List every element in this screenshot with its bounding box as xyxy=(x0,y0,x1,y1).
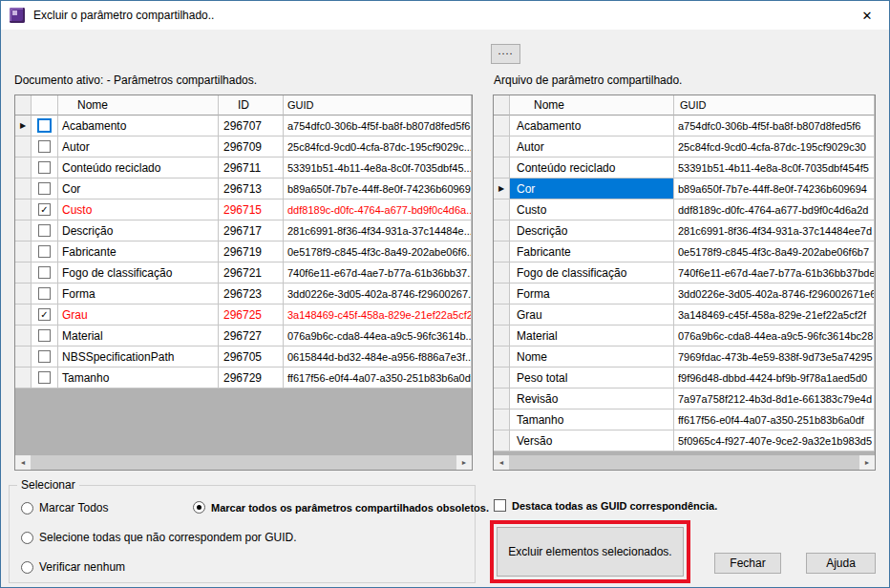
table-row[interactable]: Fogo de classificação296721740f6e11-e67d… xyxy=(15,262,472,284)
scroll-right-icon[interactable]: ► xyxy=(859,455,875,470)
nome-cell[interactable]: Versão xyxy=(510,430,674,452)
nome-cell[interactable]: Custo xyxy=(58,200,219,220)
nome-cell[interactable]: Acabamento xyxy=(510,116,674,136)
table-row[interactable]: Descrição281c6991-8f36-4f34-931a-37c1448… xyxy=(494,220,875,242)
table-row[interactable]: Cor296713b89a650f-7b7e-44ff-8e0f-74236b6… xyxy=(15,178,472,200)
row-selector-cell[interactable] xyxy=(494,116,510,136)
guid-cell[interactable]: 25c84fcd-9cd0-4cfa-87dc-195cf9029c30 xyxy=(674,136,875,158)
table-row[interactable]: ▶Acabamento296707a754dfc0-306b-4f5f-ba8f… xyxy=(15,116,472,136)
nome-cell[interactable]: Conteúdo reciclado xyxy=(58,158,219,178)
row-checkbox[interactable] xyxy=(38,329,51,342)
guid-cell[interactable]: 740f6e11-e67d-4ae7-b77a-61b36bb37... xyxy=(284,262,472,284)
table-row[interactable]: Autor29670925c84fcd-9cd0-4cfa-87dc-195cf… xyxy=(15,136,472,158)
id-cell[interactable]: 296725 xyxy=(219,304,284,326)
table-row[interactable]: Conteúdo reciclado53391b51-4b11-4e8a-8c0… xyxy=(494,158,875,178)
table-row[interactable]: Material076a9b6c-cda8-44ea-a9c5-96fc3614… xyxy=(494,326,875,346)
row-selector-cell[interactable] xyxy=(15,200,32,220)
header-nome[interactable]: Nome xyxy=(510,95,674,116)
id-cell[interactable]: 296713 xyxy=(219,178,284,200)
nome-cell[interactable]: Fogo de classificação xyxy=(510,262,674,284)
checkbox-cell[interactable] xyxy=(32,242,58,262)
row-selector-cell[interactable] xyxy=(494,262,510,284)
row-selector-cell[interactable] xyxy=(494,242,510,262)
nome-cell[interactable]: Acabamento xyxy=(58,116,219,136)
guid-cell[interactable]: 076a9b6c-cda8-44ea-a9c5-96fc3614b... xyxy=(284,326,472,346)
table-row[interactable]: Acabamentoa754dfc0-306b-4f5f-ba8f-b807d8… xyxy=(494,116,875,136)
table-row[interactable]: Tamanhoff617f56-e0f4-4a07-a350-251b83b6a… xyxy=(494,410,875,430)
table-row[interactable]: Custoddf8189c-d0fc-4764-a677-bd9f0c4d6a2… xyxy=(494,200,875,220)
guid-cell[interactable]: f9f96d48-dbbd-4424-bf9b-9f78a1aed5d0 xyxy=(674,368,875,388)
nome-cell[interactable]: Conteúdo reciclado xyxy=(510,158,674,178)
table-row[interactable]: NBSSpecificationPath2967050615844d-bd32-… xyxy=(15,346,472,368)
table-row[interactable]: Descrição296717281c6991-8f36-4f34-931a-3… xyxy=(15,220,472,242)
active-doc-hscrollbar[interactable]: ◄ ► xyxy=(15,455,472,470)
row-checkbox[interactable] xyxy=(38,350,51,363)
id-cell[interactable]: 296729 xyxy=(219,368,284,388)
id-cell[interactable]: 296721 xyxy=(219,262,284,284)
close-button[interactable]: ✕ xyxy=(845,1,889,30)
row-selector-cell[interactable] xyxy=(15,220,32,242)
checkbox-cell[interactable] xyxy=(32,158,58,178)
guid-cell[interactable]: 281c6991-8f36-4f34-931a-37c14484e... xyxy=(284,220,472,242)
guid-cell[interactable]: 3dd0226e-3d05-402a-8746-f29600267... xyxy=(284,284,472,304)
guid-cell[interactable]: 7969fdac-473b-4e59-838f-9d73e5a74295 xyxy=(674,346,875,368)
nome-cell[interactable]: NBSSpecificationPath xyxy=(58,346,219,368)
table-row[interactable]: Conteúdo reciclado29671153391b51-4b11-4e… xyxy=(15,158,472,178)
nome-cell[interactable]: Autor xyxy=(58,136,219,158)
row-selector-cell[interactable] xyxy=(15,368,32,388)
nome-cell[interactable]: Material xyxy=(58,326,219,346)
row-selector-cell[interactable] xyxy=(494,284,510,304)
row-selector-cell[interactable] xyxy=(15,304,32,326)
row-selector-cell[interactable] xyxy=(494,368,510,388)
row-selector-cell[interactable] xyxy=(15,178,32,200)
browse-button[interactable]: .... xyxy=(491,44,520,64)
header-guid[interactable]: GUID xyxy=(284,95,472,116)
row-checkbox[interactable] xyxy=(38,266,51,279)
checkbox-cell[interactable] xyxy=(32,284,58,304)
guid-cell[interactable]: 3a148469-c45f-458a-829e-21ef22a5cf2f xyxy=(284,304,472,326)
row-checkbox[interactable] xyxy=(38,161,51,174)
guid-cell[interactable]: 3a148469-c45f-458a-829e-21ef22a5cf2f xyxy=(674,304,875,326)
header-id[interactable]: ID xyxy=(219,95,284,116)
table-row[interactable]: Grau3a148469-c45f-458a-829e-21ef22a5cf2f xyxy=(494,304,875,326)
row-checkbox[interactable]: ✓ xyxy=(38,308,51,321)
checkbox-cell[interactable] xyxy=(32,178,58,200)
radio-nao-correspondem-guid[interactable]: Selecione todas que não correspondem por… xyxy=(21,531,297,544)
nome-cell[interactable]: Forma xyxy=(510,284,674,304)
guid-cell[interactable]: ff617f56-e0f4-4a07-a350-251b83b6a0df xyxy=(674,410,875,430)
guid-cell[interactable]: 5f0965c4-f927-407e-9ce2-9a32e1b983d5 xyxy=(674,430,875,452)
id-cell[interactable]: 296717 xyxy=(219,220,284,242)
guid-cell[interactable]: ddf8189c-d0fc-4764-a677-bd9f0c4d6a2d xyxy=(674,200,875,220)
table-row[interactable]: Nome7969fdac-473b-4e59-838f-9d73e5a74295 xyxy=(494,346,875,368)
row-selector-cell[interactable] xyxy=(15,262,32,284)
scroll-left-icon[interactable]: ◄ xyxy=(494,455,509,470)
table-row[interactable]: ✓Custo296715ddf8189c-d0fc-4764-a677-bd9f… xyxy=(15,200,472,220)
guid-cell[interactable]: 0e5178f9-c845-4f3c-8a49-202abe06f6b7 xyxy=(674,242,875,262)
id-cell[interactable]: 296727 xyxy=(219,326,284,346)
row-selector-cell[interactable] xyxy=(494,410,510,430)
radio-marcar-obsoletos[interactable]: Marcar todos os parâmetros compartilhado… xyxy=(193,501,489,514)
nome-cell[interactable]: Fabricante xyxy=(510,242,674,262)
nome-cell[interactable]: Descrição xyxy=(58,220,219,242)
row-selector-cell[interactable] xyxy=(494,304,510,326)
row-selector-cell[interactable]: ▶ xyxy=(494,178,510,200)
row-selector-cell[interactable] xyxy=(15,158,32,178)
table-row[interactable]: Fabricante2967190e5178f9-c845-4f3c-8a49-… xyxy=(15,242,472,262)
guid-cell[interactable]: b89a650f-7b7e-44ff-8e0f-74236b609694 xyxy=(674,178,875,200)
close-dialog-button[interactable]: Fechar xyxy=(714,553,781,574)
row-selector-cell[interactable] xyxy=(494,220,510,242)
help-button[interactable]: Ajuda xyxy=(806,553,876,574)
table-row[interactable]: Tamanho296729ff617f56-e0f4-4a07-a350-251… xyxy=(15,368,472,388)
table-row[interactable]: ▶Corb89a650f-7b7e-44ff-8e0f-74236b609694 xyxy=(494,178,875,200)
id-cell[interactable]: 296711 xyxy=(219,158,284,178)
guid-cell[interactable]: 3dd0226e-3d05-402a-8746-f296002671e6 xyxy=(674,284,875,304)
nome-cell[interactable]: Material xyxy=(510,326,674,346)
row-checkbox[interactable] xyxy=(38,371,51,384)
nome-cell[interactable]: Grau xyxy=(510,304,674,326)
guid-cell[interactable]: 7a97a758f212-4b3d-8d1e-661383c79e4d xyxy=(674,388,875,410)
scroll-left-icon[interactable]: ◄ xyxy=(15,455,31,470)
row-selector-cell[interactable] xyxy=(494,346,510,368)
guid-cell[interactable]: ddf8189c-d0fc-4764-a677-bd9f0c4d6a... xyxy=(284,200,472,220)
nome-cell[interactable]: Cor xyxy=(510,178,674,200)
checkbox-cell[interactable]: ✓ xyxy=(32,304,58,326)
